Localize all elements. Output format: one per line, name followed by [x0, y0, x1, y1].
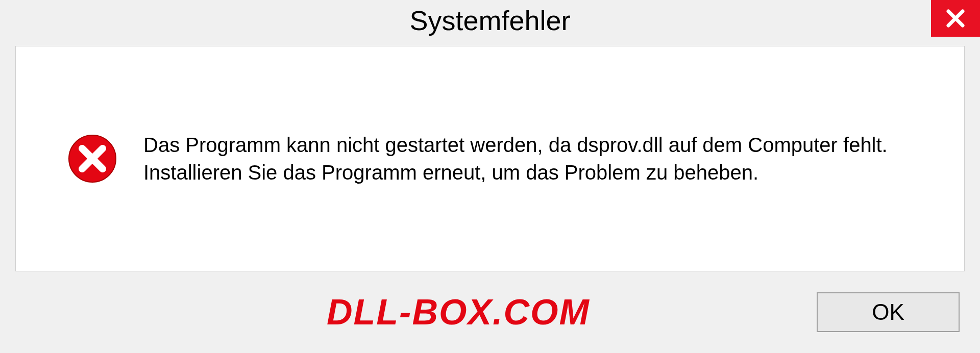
dialog-footer: DLL-BOX.COM OK — [0, 282, 980, 353]
watermark-text: DLL-BOX.COM — [327, 292, 590, 333]
close-button[interactable] — [931, 0, 980, 37]
ok-button-label: OK — [872, 299, 904, 325]
ok-button[interactable]: OK — [817, 292, 960, 332]
error-dialog: Systemfehler Das Programm kann nicht ges… — [0, 0, 980, 353]
close-icon — [945, 8, 966, 29]
error-icon — [67, 133, 118, 184]
titlebar: Systemfehler — [0, 0, 980, 41]
content-panel: Das Programm kann nicht gestartet werden… — [15, 46, 965, 271]
error-message: Das Programm kann nicht gestartet werden… — [143, 131, 909, 186]
dialog-title: Systemfehler — [409, 5, 570, 36]
